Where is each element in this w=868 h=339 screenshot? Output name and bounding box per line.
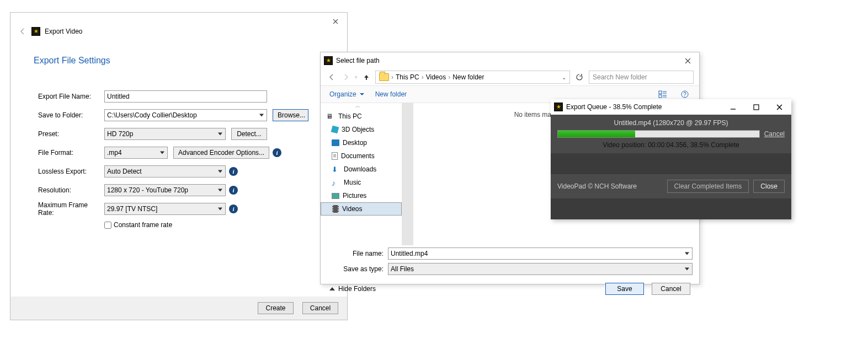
- advanced-encoder-button[interactable]: Advanced Encoder Options...: [173, 147, 269, 159]
- export-queue-window: Export Queue - 38.5% Complete Untitled.m…: [551, 99, 791, 219]
- desktop-icon: [332, 139, 339, 146]
- crumb[interactable]: This PC: [396, 73, 419, 81]
- tree-item-this-pc[interactable]: This PC: [321, 110, 402, 123]
- svg-rect-1: [659, 95, 662, 98]
- 3d-icon: [331, 126, 339, 134]
- close-icon[interactable]: [327, 16, 344, 27]
- video-icon: [332, 205, 339, 213]
- tree-item-documents[interactable]: Documents: [321, 149, 402, 163]
- close-icon[interactable]: [769, 99, 789, 115]
- save-button[interactable]: Save: [605, 283, 644, 295]
- progress-fill: [558, 131, 635, 137]
- label-resolution: Resolution:: [38, 186, 104, 194]
- detect-button[interactable]: Detect...: [231, 128, 267, 140]
- preset-select[interactable]: [104, 128, 226, 140]
- app-icon: [554, 103, 563, 111]
- close-icon[interactable]: [679, 58, 696, 64]
- nav-up-icon[interactable]: [361, 72, 372, 83]
- help-icon[interactable]: ?: [679, 89, 690, 100]
- app-icon: [324, 56, 333, 65]
- tree-item-desktop[interactable]: Desktop: [321, 136, 402, 149]
- constant-frame-rate-checkbox[interactable]: [104, 222, 111, 229]
- crumb[interactable]: Videos: [426, 73, 446, 81]
- cancel-button[interactable]: Cancel: [652, 283, 690, 295]
- file-name-field[interactable]: [388, 247, 693, 260]
- export-file-info: Untitled.mp4 (1280x720 @ 29.97 FPS): [551, 115, 791, 130]
- search-input[interactable]: Search New folder: [589, 71, 694, 84]
- info-icon[interactable]: i: [229, 186, 238, 195]
- back-arrow-icon[interactable]: [18, 27, 27, 36]
- label-lossless: Lossless Export:: [38, 168, 104, 175]
- cancel-button[interactable]: Cancel: [302, 302, 338, 314]
- organize-menu[interactable]: Organize: [329, 90, 364, 98]
- video-position-text: Video position: 00:00:04.356, 38.5% Comp…: [551, 141, 791, 153]
- tree-item-videos[interactable]: Videos: [321, 202, 402, 216]
- picture-icon: [332, 193, 339, 199]
- file-name-label: File name:: [327, 250, 388, 257]
- pc-icon: [326, 112, 335, 120]
- export-footer: Create Cancel: [10, 297, 347, 320]
- label-max-fps: Maximum Frame Rate:: [38, 201, 104, 217]
- clear-completed-button[interactable]: Clear Completed Items: [667, 180, 749, 193]
- tree-item-downloads[interactable]: Downloads: [321, 163, 402, 176]
- resolution-select[interactable]: [104, 184, 226, 196]
- create-button[interactable]: Create: [258, 302, 294, 314]
- crumb[interactable]: New folder: [452, 73, 484, 81]
- info-icon[interactable]: i: [229, 205, 238, 213]
- column-resize-handle[interactable]: [402, 103, 413, 245]
- nav-forward-icon[interactable]: [340, 72, 352, 83]
- footer-label: VideoPad © NCH Software: [557, 182, 637, 190]
- breadcrumb[interactable]: › This PC › Videos › New folder ⌄: [375, 71, 570, 84]
- scroll-up-icon[interactable]: ︿: [321, 103, 395, 109]
- chevron-down-icon[interactable]: ⌄: [562, 74, 566, 80]
- app-icon: [31, 27, 40, 36]
- new-folder-button[interactable]: New folder: [375, 90, 407, 98]
- lossless-select[interactable]: [104, 165, 226, 177]
- svg-rect-4: [754, 105, 759, 110]
- page-heading: Export File Settings: [34, 56, 110, 66]
- cancel-link[interactable]: Cancel: [764, 130, 785, 138]
- max-fps-select[interactable]: [104, 203, 226, 215]
- queue-list-area: [551, 153, 791, 174]
- export-queue-title: Export Queue - 38.5% Complete: [566, 103, 662, 111]
- maximize-icon[interactable]: [746, 99, 766, 115]
- label-preset: Preset:: [38, 130, 104, 138]
- tree-item-pictures[interactable]: Pictures: [321, 189, 402, 202]
- save-as-type-label: Save as type:: [327, 265, 388, 273]
- tree-item-3d-objects[interactable]: 3D Objects: [321, 123, 402, 136]
- label-file-format: File Format:: [38, 149, 104, 157]
- browse-button[interactable]: Browse...: [273, 109, 308, 121]
- file-dialog-title: Select file path: [336, 57, 380, 64]
- label-save-folder: Save to Folder:: [38, 111, 104, 119]
- file-format-select[interactable]: [104, 147, 168, 159]
- tree-item-music[interactable]: Music: [321, 176, 402, 189]
- svg-text:?: ?: [683, 92, 686, 98]
- nav-back-icon[interactable]: [326, 72, 337, 83]
- download-icon: [332, 165, 340, 173]
- view-icon[interactable]: [657, 89, 668, 100]
- document-icon: [332, 152, 338, 160]
- save-as-type-select[interactable]: [388, 263, 693, 275]
- folder-tree: ︿ This PC 3D Objects Desktop Documents D…: [321, 103, 402, 245]
- save-folder-select[interactable]: [104, 109, 267, 121]
- refresh-icon[interactable]: [573, 71, 585, 83]
- minimize-icon[interactable]: [723, 99, 743, 115]
- export-video-window: Export Video Export File Settings Export…: [10, 12, 348, 320]
- constant-frame-rate-label: Constant frame rate: [114, 221, 172, 229]
- label-file-name: Export File Name:: [38, 93, 104, 100]
- progress-bar: [557, 130, 760, 138]
- close-button[interactable]: Close: [753, 180, 785, 193]
- export-form: Export File Name: Save to Folder: Browse…: [38, 90, 319, 229]
- folder-icon: [379, 73, 389, 81]
- hide-folders-toggle[interactable]: Hide Folders: [329, 285, 376, 293]
- info-icon[interactable]: i: [229, 167, 238, 176]
- music-icon: [332, 179, 340, 186]
- file-name-input[interactable]: [104, 90, 267, 103]
- window-title: Export Video: [45, 28, 83, 35]
- info-icon[interactable]: i: [273, 148, 281, 157]
- svg-rect-0: [659, 91, 662, 94]
